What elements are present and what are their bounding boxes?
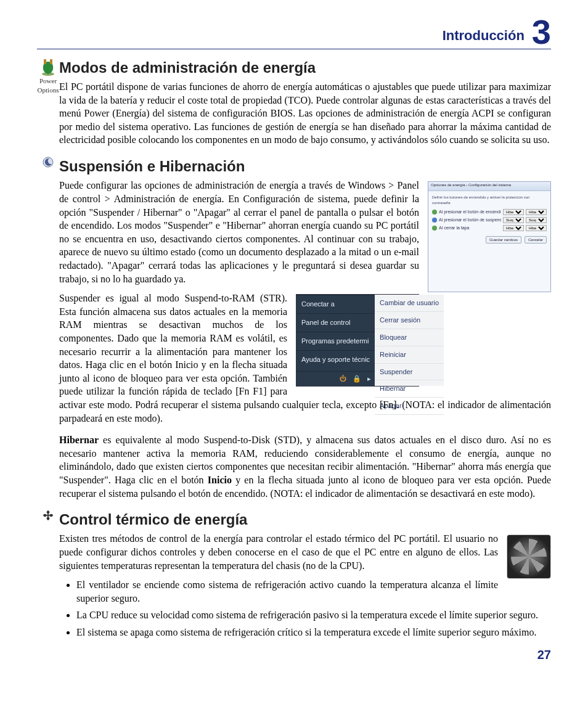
start-right-item[interactable]: Cerrar sesión	[375, 312, 444, 329]
dialog-row: Al presionar el botón de encendido Hiber…	[432, 209, 547, 215]
power-options-icon: Power Options	[37, 58, 59, 95]
sleep-button-icon	[432, 218, 437, 223]
heading-suspend-hibernate: Suspensión e Hibernación	[59, 157, 551, 176]
cancel-button[interactable]: Cancelar	[525, 236, 547, 243]
chapter-title: Introducción	[443, 27, 525, 45]
fan-small-icon	[37, 510, 59, 521]
power-icon[interactable]: ⏻	[340, 374, 346, 383]
chevron-right-icon[interactable]: ▸	[367, 374, 371, 383]
lid-icon	[432, 226, 437, 231]
dropdown[interactable]: Hibernar	[526, 209, 547, 215]
para-power-modes: El PC portátil dispone de varias funcion…	[59, 80, 551, 147]
list-item: La CPU reduce su velocidad como sistema …	[76, 608, 551, 622]
start-right-item[interactable]: Hibernar	[375, 380, 444, 398]
start-left-item[interactable]: Conectar a	[296, 295, 375, 313]
para-hibernate: Hibernar es equivalente al modo Suspend-…	[59, 433, 551, 500]
start-left-item[interactable]: Panel de control	[296, 313, 375, 332]
svg-rect-1	[44, 59, 46, 64]
start-right-item[interactable]: Reiniciar	[375, 346, 444, 364]
start-right-item[interactable]: Cambiar de usuario	[375, 295, 444, 312]
dropdown[interactable]: Hibernar	[503, 209, 524, 215]
lock-icon[interactable]: 🔒	[353, 374, 361, 383]
dialog-titlebar: Opciones de energía › Configuración del …	[428, 182, 550, 191]
list-item: El ventilador se enciende como sistema d…	[76, 578, 551, 605]
section-suspend-hibernate: Suspensión e Hibernación Opciones de ene…	[37, 157, 551, 506]
power-options-caption-2: Options	[37, 86, 59, 95]
moon-icon	[37, 157, 59, 168]
dropdown[interactable]: Suspender	[526, 217, 547, 223]
dropdown[interactable]: Hibernar	[526, 225, 547, 231]
dialog-row: Al cerrar la tapa Hibernar Hibernar	[432, 225, 547, 231]
start-right-item[interactable]: Bloquear	[375, 329, 444, 346]
section-power-modes: Power Options Modos de administración de…	[37, 58, 551, 153]
heading-power-modes: Modos de administración de energía	[59, 58, 551, 78]
section-thermal: Control térmico de energía Existen tres …	[37, 510, 551, 643]
fan-photo	[507, 534, 551, 579]
power-options-caption-1: Power	[37, 76, 59, 86]
start-menu-screenshot: Conectar a Panel de control Programas pr…	[296, 294, 419, 387]
start-right-item[interactable]: Suspender	[375, 364, 444, 381]
para-thermal: Existen tres métodos de control de la en…	[59, 532, 551, 572]
dialog-row: Al presionar el botón de suspensión Susp…	[432, 217, 547, 223]
start-left-item[interactable]: Programas predetermi	[296, 332, 375, 350]
save-button[interactable]: Guardar cambios	[486, 236, 521, 243]
svg-rect-2	[50, 59, 52, 64]
page-number: 27	[37, 647, 551, 663]
chapter-number: 3	[532, 18, 551, 46]
svg-point-4	[47, 514, 49, 517]
power-button-icon	[432, 210, 437, 215]
start-left-item[interactable]: Ayuda y soporte técnic	[296, 350, 375, 369]
dialog-subtitle: Definir los botones de encendido y activ…	[432, 195, 547, 205]
bold-hibernar: Hibernar	[59, 435, 99, 445]
power-options-dialog-screenshot: Opciones de energía › Configuración del …	[428, 181, 551, 292]
bold-inicio: Inicio	[208, 475, 232, 485]
dropdown[interactable]: Suspender	[503, 217, 524, 223]
dropdown[interactable]: Hibernar	[503, 225, 524, 231]
heading-thermal: Control térmico de energía	[59, 510, 551, 530]
chapter-header: Introducción 3	[37, 18, 551, 49]
thermal-bullets: El ventilador se enciende como sistema d…	[76, 578, 551, 639]
list-item: El sistema se apaga como sistema de refr…	[76, 626, 551, 639]
